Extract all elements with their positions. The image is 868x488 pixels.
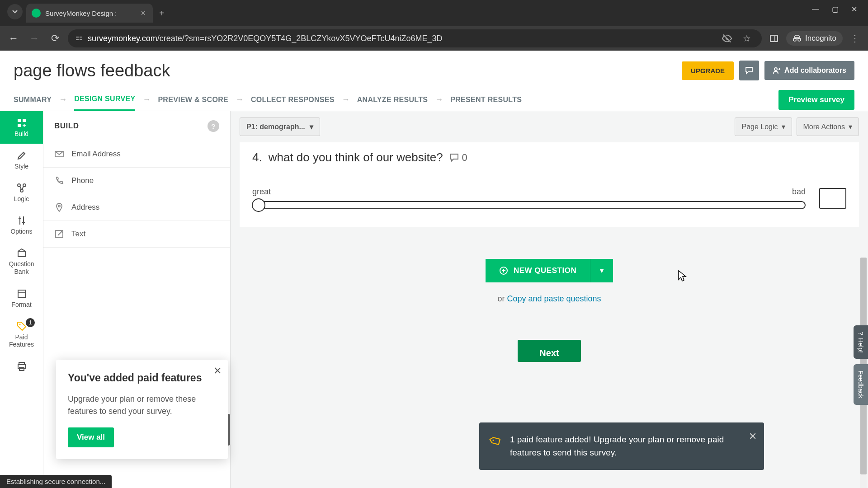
browser-menu-button[interactable]: ⋮ — [847, 31, 863, 46]
eye-off-icon[interactable] — [719, 31, 735, 46]
nav-tab-design[interactable]: DESIGN SURVEY — [74, 89, 135, 111]
next-page-button[interactable]: Next — [518, 340, 580, 362]
preview-survey-button[interactable]: Preview survey — [778, 90, 854, 110]
brush-icon — [16, 150, 27, 161]
forward-button[interactable]: → — [26, 30, 42, 47]
side-panel-icon[interactable] — [766, 31, 782, 46]
rail-question-bank[interactable]: Question Bank — [0, 241, 43, 282]
bank-icon — [16, 248, 27, 258]
slider-value-input[interactable] — [819, 188, 846, 209]
maximize-button[interactable]: ▢ — [832, 5, 839, 14]
svg-point-6 — [774, 68, 777, 70]
toast-close-button[interactable]: ✕ — [749, 429, 757, 444]
format-icon — [16, 288, 27, 299]
svg-rect-2 — [76, 39, 79, 40]
build-item-text[interactable]: Text — [43, 221, 230, 248]
view-all-button[interactable]: View all — [68, 427, 114, 447]
svg-point-21 — [58, 205, 60, 207]
window-controls: — ▢ ✕ — [812, 5, 868, 22]
tab-search-button[interactable] — [7, 4, 23, 19]
rail-print[interactable] — [0, 355, 43, 378]
slider-thumb[interactable] — [252, 198, 265, 212]
new-question-dropdown[interactable]: ▼ — [590, 259, 613, 282]
build-item-address[interactable]: Address — [43, 194, 230, 221]
caret-down-icon: ▾ — [310, 122, 313, 131]
more-actions-button[interactable]: More Actions ▾ — [797, 117, 859, 136]
popup-body: Upgrade your plan or remove these featur… — [68, 393, 216, 418]
chevron-right-icon: → — [52, 95, 74, 104]
nav-tab-summary[interactable]: SUMMARY — [14, 89, 52, 110]
tab-title: SurveyMonkey Design : — [45, 9, 139, 17]
close-window-button[interactable]: ✕ — [851, 5, 857, 14]
svg-rect-8 — [23, 119, 26, 122]
slider-label-right: bad — [792, 187, 806, 197]
address-bar[interactable]: surveymonkey.com/create/?sm=rsYO2R2V0EQO… — [68, 29, 762, 47]
nav-tab-collect[interactable]: COLLECT RESPONSES — [251, 89, 335, 110]
rail-options[interactable]: Options — [0, 209, 43, 241]
help-icon[interactable]: ? — [208, 120, 219, 132]
survey-title[interactable]: page flows feedback — [14, 61, 170, 80]
nav-tab-analyze[interactable]: ANALYZE RESULTS — [357, 89, 428, 110]
browser-tab[interactable]: SurveyMonkey Design : × — [26, 4, 153, 23]
site-settings-icon[interactable] — [75, 34, 83, 42]
tab-close-button[interactable]: × — [139, 9, 147, 18]
popup-close-button[interactable]: ✕ — [213, 365, 222, 377]
nav-tab-preview[interactable]: PREVIEW & SCORE — [158, 89, 228, 110]
toast-upgrade-link[interactable]: Upgrade — [594, 435, 627, 444]
add-collaborators-button[interactable]: Add collaborators — [764, 61, 854, 80]
feedback-tab[interactable]: Feedback — [854, 364, 868, 404]
back-button[interactable]: ← — [5, 30, 22, 47]
question-comments[interactable]: 0 — [449, 152, 467, 164]
workflow-nav: SUMMARY → DESIGN SURVEY → PREVIEW & SCOR… — [0, 89, 868, 111]
build-item-email[interactable]: Email Address — [43, 141, 230, 168]
phone-icon — [54, 176, 64, 186]
svg-rect-0 — [76, 37, 79, 38]
popup-title: You've added paid features — [68, 371, 216, 385]
incognito-icon — [793, 35, 802, 42]
bookmark-star-icon[interactable]: ☆ — [739, 31, 755, 46]
svg-point-16 — [19, 324, 20, 325]
svg-rect-14 — [18, 290, 25, 297]
print-icon — [16, 361, 27, 372]
rail-style[interactable]: Style — [0, 144, 43, 176]
caret-down-icon: ▾ — [782, 122, 785, 131]
rail-paid-features[interactable]: 1 Paid Features — [0, 314, 43, 355]
incognito-indicator[interactable]: Incognito — [786, 31, 843, 46]
toast-remove-link[interactable]: remove — [677, 435, 705, 444]
location-icon — [54, 202, 64, 212]
question-block[interactable]: 4. what do you think of our website? 0 g… — [240, 142, 859, 227]
reload-button[interactable]: ⟳ — [47, 30, 63, 47]
question-title: 4. what do you think of our website? 0 — [252, 150, 846, 164]
rail-logic[interactable]: Logic — [0, 176, 43, 209]
chevron-down-icon — [12, 9, 18, 15]
upgrade-button[interactable]: UPGRADE — [682, 61, 734, 80]
new-question-button[interactable]: NEW QUESTION — [486, 259, 590, 282]
help-circle-icon: ? — [857, 332, 864, 335]
chevron-right-icon: → — [428, 95, 450, 104]
rail-format[interactable]: Format — [0, 282, 43, 314]
add-question-area: NEW QUESTION ▼ or Copy and paste questio… — [240, 236, 859, 322]
rail-build[interactable]: Build — [0, 111, 43, 144]
help-tab[interactable]: ? Help! — [854, 325, 868, 359]
options-icon — [16, 215, 27, 226]
slider-track[interactable] — [252, 201, 806, 209]
page-picker[interactable]: P1: demograph... ▾ — [240, 117, 320, 136]
svg-rect-13 — [18, 251, 25, 257]
paid-feature-toast: ✕ 1 paid feature added! Upgrade your pla… — [479, 422, 764, 470]
chevron-right-icon: → — [335, 95, 357, 104]
copy-paste-link[interactable]: Copy and paste questions — [507, 294, 601, 303]
new-tab-button[interactable]: + — [153, 8, 171, 19]
add-user-icon — [773, 66, 781, 75]
page-logic-button[interactable]: Page Logic ▾ — [735, 117, 792, 136]
build-item-phone[interactable]: Phone — [43, 168, 230, 194]
email-icon — [54, 149, 64, 159]
nav-tab-present[interactable]: PRESENT RESULTS — [450, 89, 522, 110]
favicon-icon — [32, 9, 41, 18]
copy-paste-row: or Copy and paste questions — [497, 294, 601, 304]
build-icon — [16, 117, 27, 128]
comments-button[interactable] — [739, 61, 759, 80]
browser-status-bar: Establishing secure connection... — [0, 475, 112, 488]
slider-question[interactable]: great bad — [252, 187, 806, 209]
page-scrollbar[interactable] — [860, 77, 867, 479]
minimize-button[interactable]: — — [812, 5, 819, 14]
